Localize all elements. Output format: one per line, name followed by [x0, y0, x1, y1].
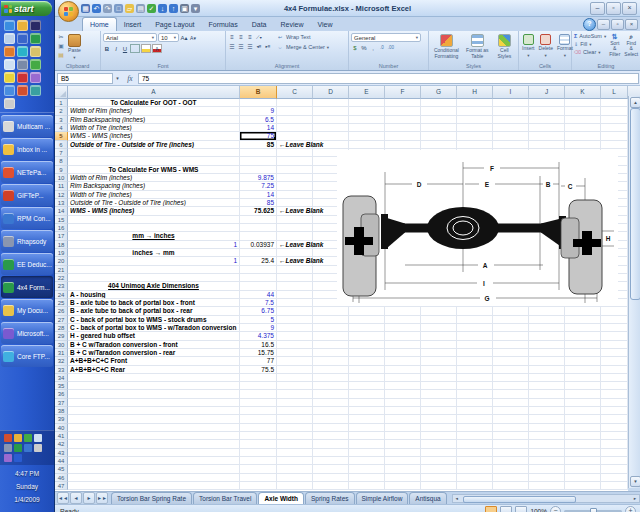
- cell-L34[interactable]: [601, 374, 628, 382]
- row-header-30[interactable]: 30: [55, 341, 68, 349]
- cell-B26[interactable]: 6.75: [240, 307, 277, 315]
- cell-I32[interactable]: [493, 357, 529, 365]
- cell-B30[interactable]: 16.5: [240, 341, 277, 349]
- cell-C40[interactable]: [277, 424, 313, 432]
- cell-B37[interactable]: [240, 399, 277, 407]
- cell-K39[interactable]: [565, 415, 601, 423]
- cell-D37[interactable]: [313, 399, 349, 407]
- cell-C2[interactable]: [277, 107, 313, 115]
- cell-K3[interactable]: [565, 116, 601, 124]
- underline-button[interactable]: U: [121, 45, 129, 53]
- cell-E3[interactable]: [349, 116, 385, 124]
- cell-A2[interactable]: Width of Rim (inches): [68, 107, 240, 115]
- cell-D41[interactable]: [313, 432, 349, 440]
- explorer-icon[interactable]: [30, 46, 41, 57]
- cell-B2[interactable]: 9: [240, 107, 277, 115]
- help-icon[interactable]: ?: [583, 18, 596, 31]
- cell-B34[interactable]: [240, 374, 277, 382]
- ribbon-tab-formulas[interactable]: Formulas: [202, 18, 245, 31]
- cell-I5[interactable]: [493, 132, 529, 140]
- insert-cells-button[interactable]: Insert▾: [521, 33, 536, 61]
- formula-input[interactable]: 75: [138, 73, 639, 84]
- row-header-39[interactable]: 39: [55, 415, 68, 423]
- cell-L6[interactable]: [601, 141, 628, 149]
- cell-I47[interactable]: [493, 482, 529, 490]
- row-header-15[interactable]: 15: [55, 216, 68, 224]
- cell-C7[interactable]: [277, 149, 313, 157]
- row-header-20[interactable]: 20: [55, 257, 68, 265]
- cell-B46[interactable]: [240, 474, 277, 482]
- taskbar-button[interactable]: GIFTeP...: [1, 184, 53, 206]
- network-icon[interactable]: [30, 85, 41, 96]
- column-header-A[interactable]: A: [68, 86, 240, 99]
- cell-K37[interactable]: [565, 399, 601, 407]
- cell-C39[interactable]: [277, 415, 313, 423]
- cell-C14[interactable]: ←Leave Blank: [277, 207, 313, 215]
- cell-H3[interactable]: [457, 116, 493, 124]
- cell-H44[interactable]: [457, 457, 493, 465]
- cell-C22[interactable]: [277, 274, 313, 282]
- select-all-corner[interactable]: [55, 86, 68, 99]
- cell-F30[interactable]: [385, 341, 421, 349]
- row-header-47[interactable]: 47: [55, 482, 68, 490]
- cell-G28[interactable]: [421, 324, 457, 332]
- cell-A20[interactable]: 1: [68, 257, 240, 265]
- print-icon[interactable]: ▣: [180, 4, 189, 13]
- cell-B6[interactable]: 85: [240, 141, 277, 149]
- cell-A47[interactable]: [68, 482, 240, 490]
- cell-E45[interactable]: [349, 465, 385, 473]
- cell-I39[interactable]: [493, 415, 529, 423]
- cell-A15[interactable]: [68, 216, 240, 224]
- cell-H4[interactable]: [457, 124, 493, 132]
- row-header-40[interactable]: 40: [55, 424, 68, 432]
- winamp-icon[interactable]: [4, 72, 15, 83]
- align-bottom-icon[interactable]: ≡: [246, 33, 254, 41]
- cell-E46[interactable]: [349, 474, 385, 482]
- row-header-33[interactable]: 33: [55, 366, 68, 374]
- cell-D35[interactable]: [313, 382, 349, 390]
- cell-C30[interactable]: [277, 341, 313, 349]
- row-header-19[interactable]: 19: [55, 249, 68, 257]
- cell-C9[interactable]: [277, 166, 313, 174]
- cell-E28[interactable]: [349, 324, 385, 332]
- ribbon-tab-view[interactable]: View: [310, 18, 339, 31]
- cell-L43[interactable]: [601, 449, 628, 457]
- cell-F44[interactable]: [385, 457, 421, 465]
- cell-L39[interactable]: [601, 415, 628, 423]
- shrink-font-icon[interactable]: A▾: [189, 34, 197, 42]
- spelling-icon[interactable]: ✓: [147, 4, 156, 13]
- cell-J30[interactable]: [529, 341, 565, 349]
- row-header-22[interactable]: 22: [55, 274, 68, 282]
- decrease-decimal-icon[interactable]: .00: [387, 44, 395, 52]
- cell-K5[interactable]: [565, 132, 601, 140]
- cell-I31[interactable]: [493, 349, 529, 357]
- cell-J38[interactable]: [529, 407, 565, 415]
- cell-H46[interactable]: [457, 474, 493, 482]
- column-header-D[interactable]: D: [313, 86, 349, 99]
- cell-D30[interactable]: [313, 341, 349, 349]
- cell-J43[interactable]: [529, 449, 565, 457]
- cell-C5[interactable]: [277, 132, 313, 140]
- workbook-restore-button[interactable]: ▫: [611, 19, 624, 30]
- cell-C36[interactable]: [277, 390, 313, 398]
- cell-J45[interactable]: [529, 465, 565, 473]
- cell-F39[interactable]: [385, 415, 421, 423]
- cell-K44[interactable]: [565, 457, 601, 465]
- cell-J28[interactable]: [529, 324, 565, 332]
- cell-B43[interactable]: [240, 449, 277, 457]
- cell-G4[interactable]: [421, 124, 457, 132]
- cell-G29[interactable]: [421, 332, 457, 340]
- cell-A31[interactable]: B + C w/Taradon conversion - rear: [68, 349, 240, 357]
- cell-K26[interactable]: [565, 307, 601, 315]
- firefox-icon[interactable]: [4, 46, 15, 57]
- ribbon-tab-insert[interactable]: Insert: [117, 18, 149, 31]
- cell-A38[interactable]: [68, 407, 240, 415]
- cell-J47[interactable]: [529, 482, 565, 490]
- cell-F26[interactable]: [385, 307, 421, 315]
- cell-L26[interactable]: [601, 307, 628, 315]
- cell-D39[interactable]: [313, 415, 349, 423]
- cell-D42[interactable]: [313, 440, 349, 448]
- cell-A22[interactable]: [68, 274, 240, 282]
- cell-C28[interactable]: [277, 324, 313, 332]
- cell-J4[interactable]: [529, 124, 565, 132]
